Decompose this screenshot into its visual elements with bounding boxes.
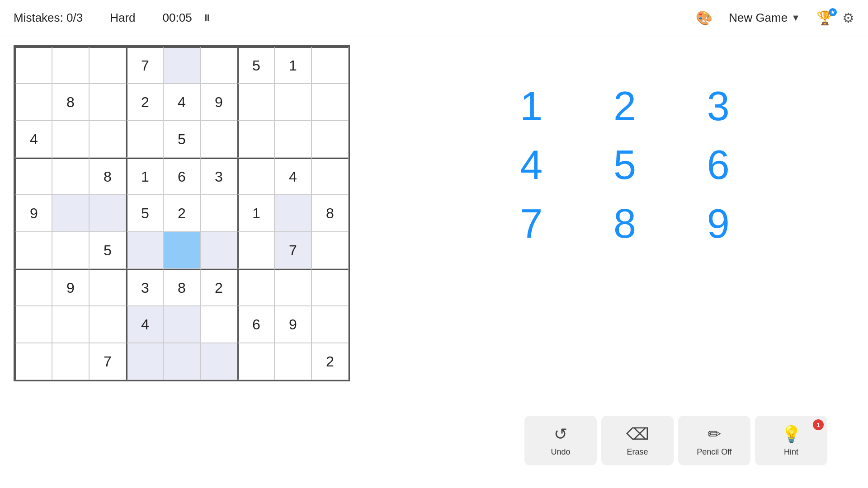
cell[interactable] (311, 306, 349, 343)
cell[interactable] (163, 47, 200, 84)
cell[interactable] (52, 121, 89, 158)
cell[interactable] (311, 232, 349, 269)
cell[interactable]: 7 (274, 232, 311, 269)
cell[interactable]: 5 (89, 232, 126, 269)
number-btn-7[interactable]: 7 (489, 199, 574, 249)
cell[interactable] (200, 121, 237, 158)
cell[interactable] (15, 158, 52, 195)
cell[interactable]: 8 (163, 269, 200, 306)
erase-button[interactable]: ⌫ Erase (601, 416, 674, 465)
sudoku-grid[interactable]: 751824945816349521857938246972 (14, 45, 350, 381)
cell[interactable] (52, 232, 89, 269)
cell[interactable] (89, 195, 126, 232)
number-btn-4[interactable]: 4 (489, 140, 574, 190)
cell[interactable] (237, 121, 274, 158)
cell[interactable] (89, 269, 126, 306)
cell[interactable] (200, 195, 237, 232)
cell[interactable]: 9 (200, 84, 237, 121)
hint-button[interactable]: 1 💡 Hint (755, 416, 827, 465)
pencil-button[interactable]: ✏ Pencil Off (678, 416, 750, 465)
cell[interactable] (237, 269, 274, 306)
cell[interactable]: 7 (126, 47, 163, 84)
cell[interactable] (126, 232, 163, 269)
cell[interactable]: 1 (237, 195, 274, 232)
cell[interactable] (89, 84, 126, 121)
cell[interactable]: 1 (274, 47, 311, 84)
cell[interactable] (311, 84, 349, 121)
cell[interactable] (274, 84, 311, 121)
cell[interactable] (311, 158, 349, 195)
cell[interactable]: 8 (311, 195, 349, 232)
cell[interactable]: 6 (237, 306, 274, 343)
pause-button[interactable]: ⏸ (198, 10, 216, 26)
cell[interactable]: 4 (126, 306, 163, 343)
cell[interactable]: 6 (163, 158, 200, 195)
number-btn-8[interactable]: 8 (583, 199, 667, 249)
cell[interactable] (274, 121, 311, 158)
cell[interactable]: 4 (163, 84, 200, 121)
cell[interactable]: 3 (126, 269, 163, 306)
cell[interactable] (163, 232, 200, 269)
cell[interactable] (237, 158, 274, 195)
number-btn-6[interactable]: 6 (676, 140, 760, 190)
palette-icon[interactable]: 🎨 (696, 10, 712, 26)
cell[interactable]: 8 (52, 84, 89, 121)
cell[interactable] (237, 232, 274, 269)
cell[interactable] (126, 121, 163, 158)
cell[interactable] (52, 195, 89, 232)
cell[interactable] (52, 306, 89, 343)
cell[interactable]: 9 (274, 306, 311, 343)
cell[interactable]: 2 (200, 269, 237, 306)
number-btn-9[interactable]: 9 (676, 199, 760, 249)
cell[interactable] (89, 47, 126, 84)
number-btn-3[interactable]: 3 (676, 81, 760, 131)
cell[interactable] (163, 306, 200, 343)
settings-icon[interactable]: ⚙ (842, 10, 854, 26)
cell[interactable]: 3 (200, 158, 237, 195)
cell[interactable] (237, 84, 274, 121)
cell[interactable] (200, 47, 237, 84)
cell[interactable] (274, 195, 311, 232)
cell[interactable]: 4 (15, 121, 52, 158)
cell[interactable] (89, 306, 126, 343)
cell[interactable] (274, 269, 311, 306)
cell[interactable] (15, 47, 52, 84)
cell[interactable]: 2 (311, 343, 349, 380)
cell[interactable]: 5 (126, 195, 163, 232)
cell[interactable]: 2 (126, 84, 163, 121)
cell[interactable] (15, 269, 52, 306)
cell[interactable]: 8 (89, 158, 126, 195)
cell[interactable]: 5 (237, 47, 274, 84)
cell[interactable]: 5 (163, 121, 200, 158)
cell[interactable] (237, 343, 274, 380)
cell[interactable]: 9 (52, 269, 89, 306)
cell[interactable] (126, 343, 163, 380)
cell[interactable] (311, 47, 349, 84)
number-btn-5[interactable]: 5 (583, 140, 667, 190)
cell[interactable] (200, 306, 237, 343)
cell[interactable] (15, 232, 52, 269)
cell[interactable]: 7 (89, 343, 126, 380)
cell[interactable] (311, 269, 349, 306)
cell[interactable]: 4 (274, 158, 311, 195)
cell[interactable] (52, 343, 89, 380)
cell[interactable]: 9 (15, 195, 52, 232)
cell[interactable]: 2 (163, 195, 200, 232)
cell[interactable] (15, 306, 52, 343)
number-btn-1[interactable]: 1 (489, 81, 574, 131)
cell[interactable] (200, 343, 237, 380)
cell[interactable] (15, 343, 52, 380)
cell[interactable]: 1 (126, 158, 163, 195)
cell[interactable] (200, 232, 237, 269)
cell[interactable] (15, 84, 52, 121)
erase-label: Erase (627, 447, 648, 457)
undo-button[interactable]: ↺ Undo (524, 416, 597, 465)
number-btn-2[interactable]: 2 (583, 81, 667, 131)
new-game-button[interactable]: New Game ▼ (722, 7, 807, 28)
cell[interactable] (274, 343, 311, 380)
cell[interactable] (52, 47, 89, 84)
cell[interactable] (52, 158, 89, 195)
cell[interactable] (89, 121, 126, 158)
cell[interactable] (163, 343, 200, 380)
cell[interactable] (311, 121, 349, 158)
